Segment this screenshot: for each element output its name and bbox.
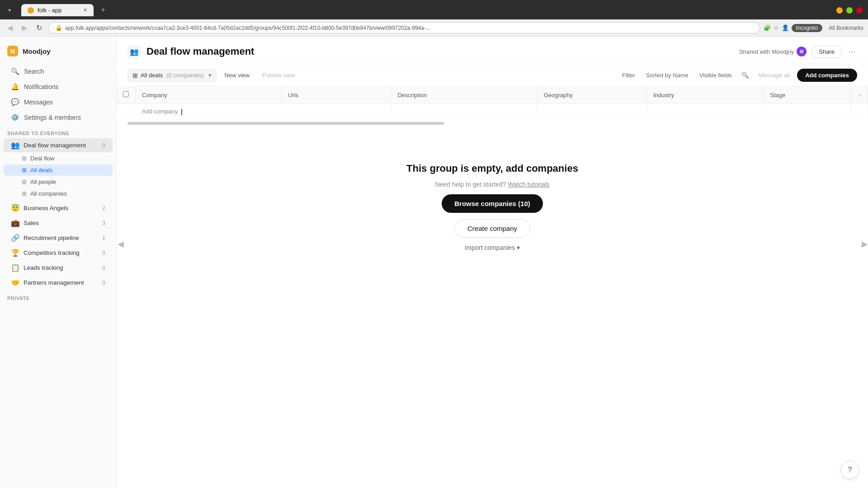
empty-state: This group is empty, add companies Need … [117,127,868,287]
sort-button[interactable]: Sorted by Name [642,70,692,81]
empty-title: This group is empty, add companies [406,163,578,174]
sidebar-sub-all-people[interactable]: ⊞ All people [4,176,113,188]
sidebar-item-settings[interactable]: ⚙️ Settings & members [4,110,113,125]
address-bar[interactable]: 🔒 app.folk.app/apps/contacts/network/cca… [48,22,760,33]
page-icon: 👥 [127,45,141,58]
all-people-sub-icon: ⊞ [22,178,27,185]
browse-companies-button[interactable]: Browse companies (10) [442,194,543,213]
deal-flow-mgmt-icon: 👥 [11,141,20,150]
back-btn[interactable]: ◀ [5,23,15,33]
share-button[interactable]: Share [812,46,841,58]
sidebar-group-leads[interactable]: 📋 Leads tracking 0 [4,261,113,275]
address-text: app.folk.app/apps/contacts/network/ccaa7… [65,25,430,31]
new-tab-btn[interactable]: + [97,4,109,17]
scroll-bar-area [117,120,868,127]
industry-column-header: Industry [646,87,764,103]
sidebar-group-sales[interactable]: 💼 Sales 3 [4,216,113,230]
sidebar-sub-all-companies[interactable]: ⊞ All companies [4,188,113,199]
sidebar-group-business-angels[interactable]: 😇 Business Angels 2 [4,201,113,215]
active-tab[interactable]: folk - app ✕ [21,4,94,16]
help-button[interactable]: ? [841,461,859,479]
search-nav-label: Search [24,68,44,75]
cursor-indicator [181,109,182,115]
add-companies-button[interactable]: Add companies [797,69,857,82]
sales-icon: 💼 [11,219,20,227]
group-deal-flow-management: 👥 Deal flow management 0 ⊞ Deal flow ⊞ A… [0,138,116,200]
sidebar-group-partners[interactable]: 🤝 Partners management 0 [4,276,113,290]
view-selector[interactable]: ⊞ All deals (0 companies) ▾ [127,69,217,82]
minimize-btn[interactable] [836,7,843,14]
company-column-header: Company [136,87,282,103]
maximize-btn[interactable] [846,7,853,14]
recruitment-count: 1 [98,235,105,241]
scroll-left-arrow[interactable]: ◀ [118,239,124,249]
settings-nav-label: Settings & members [24,114,81,121]
notifications-nav-icon: 🔔 [11,83,19,91]
shared-section-header: Shared to everyone [0,125,116,138]
sidebar-group-deal-flow-mgmt[interactable]: 👥 Deal flow management 0 [4,138,113,152]
sidebar-group-competitors[interactable]: 🏆 Competitors tracking 0 [4,246,113,260]
leads-label: Leads tracking [24,264,94,271]
business-angels-icon: 😇 [11,204,20,212]
notifications-nav-label: Notifications [24,83,58,90]
forward-btn[interactable]: ▶ [19,23,30,33]
reload-btn[interactable]: ↻ [33,23,45,33]
add-company-extra-cell [851,103,868,120]
tab-title: folk - app [38,7,61,14]
all-people-sub-label: All people [30,178,56,185]
extensions-icon[interactable]: 🧩 [764,24,771,31]
add-company-desc-cell [391,103,537,120]
shared-avatar: M [797,47,807,56]
app-layout: M Moodjoy 🔍 Search 🔔 Notifications 💬 Mes… [0,37,868,488]
deal-flow-mgmt-count: 0 [98,142,105,149]
browser-chrome: ▾ folk - app ✕ + [0,0,868,19]
add-company-text: Add company [142,108,178,115]
tab-dropdown[interactable]: ▾ [5,6,14,14]
scroll-right-arrow[interactable]: ▶ [862,239,868,249]
more-options-button[interactable]: ··· [847,45,857,58]
tab-favicon [28,7,34,14]
close-btn[interactable] [856,7,863,14]
checkbox-column-header[interactable] [117,87,136,103]
browser-extras: 🧩 ☆ 👤 Incognito All Bookmarks [764,24,863,32]
add-company-row[interactable]: Add company [117,103,868,120]
sales-label: Sales [24,220,94,226]
shared-badge: Shared with Moodjoy M [739,47,807,56]
watch-tutorials-link[interactable]: Watch tutorials [508,181,550,188]
tab-close-btn[interactable]: ✕ [83,7,87,13]
messages-nav-label: Messages [24,99,53,106]
sidebar-item-notifications[interactable]: 🔔 Notifications [4,80,113,94]
filter-button[interactable]: Filter [618,70,639,81]
sidebar-group-recruitment[interactable]: 🔗 Recruitment pipeline 1 [4,231,113,245]
add-company-geo-cell [537,103,646,120]
description-column-header: Description [391,87,537,103]
search-button[interactable]: 🔍 [739,70,751,81]
add-company-urls-cell [282,103,391,120]
message-all-button[interactable]: Message all [755,70,793,81]
competitors-label: Competitors tracking [24,249,94,256]
sidebar-sub-deal-flow[interactable]: ⊞ Deal flow [4,153,113,164]
view-toolbar: ⊞ All deals (0 companies) ▾ New view Pub… [117,64,868,87]
horizontal-scrollbar[interactable] [127,122,444,125]
shared-label: Shared with Moodjoy [739,48,794,55]
view-dropdown-icon: ▾ [208,72,212,79]
create-company-button[interactable]: Create company [454,219,530,238]
profile-icon[interactable]: 👤 [782,24,789,31]
visible-fields-button[interactable]: Visible fields [696,70,736,81]
recruitment-icon: 🔗 [11,234,20,242]
sidebar-item-search[interactable]: 🔍 Search [4,64,113,79]
all-companies-sub-icon: ⊞ [22,190,27,197]
browser-toolbar: ◀ ▶ ↻ 🔒 app.folk.app/apps/contacts/netwo… [0,19,868,37]
partners-icon: 🤝 [11,278,20,287]
publish-view-button[interactable]: Publish view [258,70,299,81]
bookmark-star-icon[interactable]: ☆ [774,24,779,31]
add-column-btn[interactable]: + [851,87,868,103]
sidebar-item-messages[interactable]: 💬 Messages [4,95,113,109]
import-chevron-icon: ▾ [517,244,520,251]
sidebar-sub-all-deals[interactable]: ⊞ All deals [4,164,113,176]
select-all-checkbox[interactable] [123,91,129,97]
new-view-button[interactable]: New view [220,70,255,81]
import-companies-button[interactable]: Import companies ▾ [465,244,520,251]
add-company-stage-cell [764,103,851,120]
add-company-label-cell[interactable]: Add company [136,103,282,120]
